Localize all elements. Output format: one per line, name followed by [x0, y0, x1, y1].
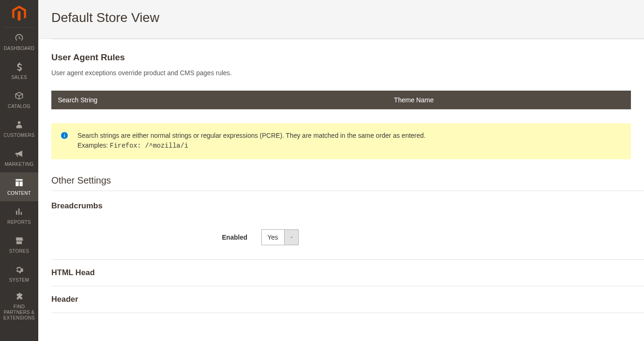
person-icon	[14, 120, 24, 130]
enabled-label: Enabled	[51, 234, 247, 241]
chevron-down-icon	[284, 230, 298, 245]
header-fieldset[interactable]: Header	[51, 286, 644, 313]
nav-label: SYSTEM	[9, 277, 29, 283]
megaphone-icon	[14, 149, 24, 159]
nav-label: CONTENT	[7, 191, 31, 196]
nav-label: CUSTOMERS	[4, 133, 35, 138]
nav-marketing[interactable]: MARKETING	[0, 143, 38, 172]
gear-icon	[14, 264, 24, 275]
page-title: Default Store View	[51, 10, 631, 25]
breadcrumbs-fieldset: Breadcrumbs Enabled Yes	[51, 191, 644, 259]
info-line-1: Search strings are either normal strings…	[77, 131, 623, 141]
nav-label: DASHBOARD	[4, 46, 35, 51]
info-line-2: Examples: Firefox: /^mozilla/i	[77, 141, 623, 151]
col-search-string: Search String	[51, 91, 387, 109]
enabled-value: Yes	[262, 230, 284, 245]
ua-table-header: Search String Theme Name	[51, 91, 631, 109]
nav-reports[interactable]: REPORTS	[0, 201, 38, 230]
enabled-row: Enabled Yes	[51, 229, 644, 245]
nav-find-partners[interactable]: FIND PARTNERS & EXTENSIONS	[0, 288, 38, 324]
box-icon	[14, 91, 24, 101]
nav-dashboard[interactable]: DASHBOARD	[0, 28, 38, 57]
nav-label: SALES	[11, 75, 27, 80]
dashboard-icon	[14, 33, 24, 43]
svg-rect-1	[64, 135, 64, 137]
puzzle-icon	[14, 291, 24, 301]
store-icon	[14, 235, 24, 246]
info-message: Search strings are either normal strings…	[51, 123, 631, 159]
layout-icon	[14, 178, 24, 188]
sidebar: DASHBOARD SALES CATALOG CUSTOMERS MARKET	[0, 0, 38, 341]
nav-label: STORES	[9, 249, 29, 254]
nav-label: REPORTS	[7, 220, 31, 225]
fieldset-title: Header	[51, 295, 644, 304]
logo[interactable]	[4, 0, 35, 28]
enabled-select[interactable]: Yes	[261, 229, 299, 245]
html-head-fieldset[interactable]: HTML Head	[51, 259, 644, 286]
svg-rect-2	[64, 134, 64, 134]
barchart-icon	[14, 206, 24, 217]
nav-label: MARKETING	[5, 162, 34, 167]
nav-catalog[interactable]: CATALOG	[0, 85, 38, 114]
dollar-icon	[14, 62, 24, 72]
nav-sales[interactable]: SALES	[0, 57, 38, 85]
info-icon	[61, 132, 68, 139]
info-code: Firefox: /^mozilla/i	[110, 142, 188, 149]
fieldset-title: Breadcrumbs	[51, 201, 644, 211]
header: Default Store View	[38, 0, 644, 39]
nav-system[interactable]: SYSTEM	[0, 259, 38, 288]
other-settings-heading: Other Settings	[38, 159, 644, 191]
nav-label: FIND PARTNERS & EXTENSIONS	[3, 304, 35, 321]
magento-logo-icon	[11, 6, 27, 21]
nav-content[interactable]: CONTENT	[0, 172, 38, 201]
nav-stores[interactable]: STORES	[0, 230, 38, 259]
nav-customers[interactable]: CUSTOMERS	[0, 114, 38, 143]
main: Default Store View User Agent Rules User…	[38, 0, 644, 341]
divider	[51, 313, 644, 313]
content: User Agent Rules User agent exceptions o…	[38, 39, 644, 332]
fieldset-title: HTML Head	[51, 268, 644, 277]
col-theme-name: Theme Name	[387, 91, 631, 109]
section-desc: User agent exceptions override product a…	[51, 69, 631, 77]
nav-label: CATALOG	[8, 104, 30, 109]
section-title: User Agent Rules	[51, 52, 631, 63]
user-agent-rules-section: User Agent Rules User agent exceptions o…	[38, 39, 644, 159]
info-prefix: Examples:	[77, 142, 110, 149]
